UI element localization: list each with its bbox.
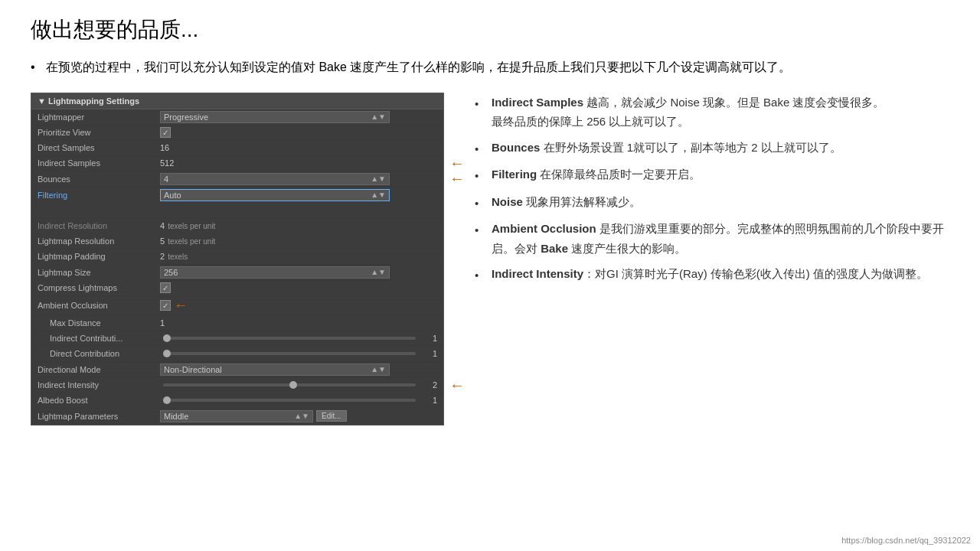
label-lightmap-resolution: Lightmap Resolution	[38, 236, 160, 246]
label-bounces: Bounces	[38, 174, 160, 184]
row-prioritize-view: Prioritize View ✓	[31, 126, 443, 141]
label-compress-lightmaps: Compress Lightmaps	[38, 283, 160, 292]
value-indirect-intensity: 2	[422, 380, 437, 390]
dropdown-arrow-directional: ▲▼	[371, 365, 386, 373]
label-indirect-contribution: Indirect Contributi...	[38, 334, 160, 343]
label-indirect-intensity: Indirect Intensity	[38, 380, 160, 390]
unit-lightmap-resolution: texels per unit	[168, 237, 215, 246]
label-prioritize-view: Prioritize View	[38, 128, 160, 137]
row-lightmap-padding: Lightmap Padding 2 texels	[31, 249, 443, 265]
dropdown-lightmapper[interactable]: Progressive ▲▼	[160, 111, 390, 123]
dropdown-lightmap-size[interactable]: 256 ▲▼	[160, 266, 390, 279]
row-lightmap-resolution: Lightmap Resolution 5 texels per unit	[31, 234, 443, 249]
row-direct-contribution: Direct Contribution 1	[31, 347, 443, 362]
checkbox-compress-lightmaps[interactable]: ✓	[160, 282, 171, 293]
label-max-distance: Max Distance	[38, 318, 160, 328]
panel-wrapper: ▼ Lightmapping Settings Lightmapper Prog…	[31, 93, 444, 425]
row-albedo-boost: Albedo Boost 1	[31, 393, 443, 409]
label-lightmap-padding: Lightmap Padding	[38, 252, 160, 261]
label-ambient-occlusion: Ambient Occlusion	[38, 301, 160, 310]
text-noise: Noise 现象用算法解释减少。	[492, 192, 641, 212]
dropdown-arrow: ▲▼	[371, 112, 386, 121]
bullet-bounces: • Bounces 在野外场景设置 1就可以了，副本等地方 2 以上就可以了。	[475, 138, 949, 159]
slider-thumb-direct	[163, 350, 171, 357]
row-lightmap-size: Lightmap Size 256 ▲▼	[31, 265, 443, 281]
slider-albedo-boost[interactable]	[163, 399, 416, 402]
row-directional-mode: Directional Mode Non-Directional ▲▼	[31, 362, 443, 378]
page-container: 做出想要的品质... 在预览的过程中，我们可以充分认知到设定的值对 Bake 速…	[0, 0, 980, 551]
row-indirect-resolution: Indirect Resolution 4 texels per unit	[31, 219, 443, 234]
bullet-dot-5: •	[475, 220, 487, 240]
label-lightmap-size: Lightmap Size	[38, 268, 160, 277]
dropdown-arrow-filtering: ▲▼	[371, 191, 386, 199]
bullet-dot-6: •	[475, 266, 487, 285]
arrow-indirect-intensity: ←	[449, 377, 465, 394]
row-bounces: Bounces 4 ▲▼ ←	[31, 171, 443, 187]
bullet-dot-4: •	[475, 194, 487, 214]
bullet-dot-3: •	[475, 166, 487, 186]
row-compress-lightmaps: Compress Lightmaps ✓	[31, 281, 443, 296]
page-title: 做出想要的品质...	[31, 15, 949, 44]
label-direct-samples: Direct Samples	[38, 143, 160, 152]
dropdown-arrow-lp: ▲▼	[294, 412, 309, 420]
slider-indirect-intensity[interactable]	[163, 383, 416, 386]
label-lightmapper: Lightmapper	[38, 112, 160, 122]
row-indirect-intensity: Indirect Intensity 2 ←	[31, 378, 443, 393]
arrow-bounces: ←	[449, 170, 465, 187]
unit-lightmap-padding: texels	[168, 253, 188, 261]
slider-thumb-intensity	[289, 381, 297, 389]
row-ambient-occlusion: Ambient Occlusion ✓ ←	[31, 296, 443, 316]
bullet-dot-1: •	[475, 94, 487, 114]
content-row: ▼ Lightmapping Settings Lightmapper Prog…	[31, 93, 949, 425]
bullet-ambient-occlusion: • Ambient Occlusion 是我们游戏里重要的部分。完成整体的照明氛…	[475, 219, 949, 258]
dropdown-lightmap-parameters[interactable]: Middle ▲▼	[160, 410, 313, 422]
dropdown-bounces[interactable]: 4 ▲▼	[160, 173, 390, 185]
value-lightmap-padding: 2	[160, 252, 165, 261]
bullet-dot-2: •	[475, 139, 487, 159]
dropdown-filtering[interactable]: Auto ▲▼	[160, 189, 390, 201]
text-indirect-samples: Indirect Samples 越高，就会减少 Noise 现象。但是 Bak…	[492, 93, 884, 132]
dropdown-arrow-bounces: ▲▼	[371, 174, 386, 183]
row-spacer	[31, 204, 443, 219]
text-filtering: Filtering 在保障最终品质时一定要开启。	[492, 165, 701, 184]
checkbox-prioritize-view[interactable]: ✓	[160, 127, 171, 138]
value-albedo-boost: 1	[422, 396, 437, 405]
value-indirect-resolution: 4	[160, 221, 165, 230]
slider-row-direct-contribution: 1	[160, 349, 437, 358]
row-lightmap-parameters: Lightmap Parameters Middle ▲▼ Edit...	[31, 409, 443, 425]
text-indirect-intensity: Indirect Intensity：对GI 演算时光子(Ray) 传输色彩(收…	[492, 264, 928, 284]
label-direct-contribution: Direct Contribution	[38, 349, 160, 358]
text-bounces: Bounces 在野外场景设置 1就可以了，副本等地方 2 以上就可以了。	[492, 138, 841, 158]
value-indirect-samples: 512	[160, 158, 174, 168]
checkbox-ambient-occlusion[interactable]: ✓	[160, 300, 171, 311]
intro-section: 在预览的过程中，我们可以充分认知到设定的值对 Bake 速度产生了什么样的影响，…	[31, 57, 949, 79]
row-direct-samples: Direct Samples 16	[31, 141, 443, 156]
slider-row-indirect-intensity: 2	[160, 380, 437, 390]
slider-row-albedo-boost: 1	[160, 396, 437, 405]
bullet-noise: • Noise 现象用算法解释减少。	[475, 192, 949, 214]
slider-indirect-contribution[interactable]	[163, 337, 416, 340]
row-filtering: Filtering Auto ▲▼	[31, 187, 443, 204]
label-indirect-samples: Indirect Samples	[38, 158, 160, 168]
row-indirect-samples: Indirect Samples 512 ←	[31, 156, 443, 171]
arrow-ambient-occlusion: ←	[174, 298, 188, 314]
label-lightmap-parameters: Lightmap Parameters	[38, 412, 160, 421]
label-indirect-resolution: Indirect Resolution	[38, 221, 160, 230]
slider-thumb-albedo	[163, 396, 171, 404]
row-indirect-contribution: Indirect Contributi... 1	[31, 331, 443, 347]
slider-row-indirect-contribution: 1	[160, 334, 437, 343]
dropdown-directional-mode[interactable]: Non-Directional ▲▼	[160, 364, 390, 376]
value-direct-contribution: 1	[422, 349, 437, 358]
bullet-filtering: • Filtering 在保障最终品质时一定要开启。	[475, 165, 949, 186]
watermark: https://blog.csdn.net/qq_39312022	[841, 536, 971, 545]
unit-indirect-resolution: texels per unit	[168, 222, 215, 230]
slider-direct-contribution[interactable]	[163, 352, 416, 355]
edit-button[interactable]: Edit...	[316, 410, 347, 422]
value-indirect-contribution: 1	[422, 334, 437, 343]
slider-thumb	[163, 334, 171, 342]
dropdown-arrow-lightmap-size: ▲▼	[371, 268, 386, 276]
row-max-distance: Max Distance 1	[31, 316, 443, 331]
right-bullets: • Indirect Samples 越高，就会减少 Noise 现象。但是 B…	[475, 93, 949, 425]
intro-bullet: 在预览的过程中，我们可以充分认知到设定的值对 Bake 速度产生了什么样的影响，…	[31, 57, 949, 79]
text-ambient-occlusion: Ambient Occlusion 是我们游戏里重要的部分。完成整体的照明氛围前…	[492, 219, 949, 258]
